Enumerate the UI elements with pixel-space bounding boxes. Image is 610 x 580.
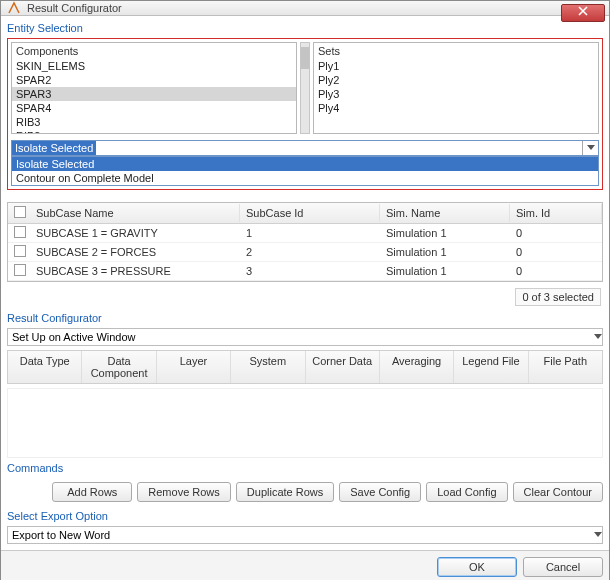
cell-sim: Simulation 1 [380,244,510,260]
export-label: Select Export Option [7,510,603,522]
cell-id: 2 [240,244,380,260]
row-checkbox[interactable] [14,264,26,276]
list-scrollbar[interactable] [300,42,310,134]
duplicate-rows-button[interactable]: Duplicate Rows [236,482,334,502]
col-sim-name[interactable]: Sim. Name [380,204,510,222]
sets-header: Sets [314,43,598,59]
list-item[interactable]: SPAR2 [12,73,296,87]
cell-id: 3 [240,263,380,279]
commands-label: Commands [7,462,603,474]
entity-selection-label: Entity Selection [7,22,603,34]
export-combo[interactable]: Export to New Word [7,526,603,544]
window-title: Result Configurator [27,2,122,14]
list-item[interactable]: RIB3 [12,115,296,129]
result-configurator-window: Result Configurator Entity Selection Com… [0,0,610,580]
cell-name: SUBCASE 3 = PRESSURE [30,263,240,279]
titlebar: Result Configurator [1,1,609,16]
config-columns-header: Data Type Data Component Layer System Co… [7,350,603,384]
isolate-combo-dropdown: Isolate Selected Contour on Complete Mod… [11,156,599,186]
chevron-down-icon[interactable] [582,141,598,155]
table-row[interactable]: SUBCASE 2 = FORCES 2 Simulation 1 0 [8,243,602,262]
col-subcase-name[interactable]: SubCase Name [30,204,240,222]
isolate-combo[interactable]: Isolate Selected Isolate Selected Contou… [11,140,599,186]
close-button[interactable] [561,4,605,22]
table-row[interactable]: SUBCASE 3 = PRESSURE 3 Simulation 1 0 [8,262,602,281]
commands-buttons: Add Rows Remove Rows Duplicate Rows Save… [7,478,603,506]
list-item[interactable]: SPAR3 [12,87,296,101]
save-config-button[interactable]: Save Config [339,482,421,502]
subcase-table: SubCase Name SubCase Id Sim. Name Sim. I… [7,202,603,282]
config-table-body [7,388,603,458]
close-icon [578,6,588,18]
cell-sim: Simulation 1 [380,225,510,241]
row-checkbox[interactable] [14,245,26,257]
export-combo-value: Export to New Word [12,529,110,541]
components-list[interactable]: Components SKIN_ELEMS SPAR2 SPAR3 SPAR4 … [11,42,297,134]
list-item[interactable]: RIB2 [12,129,296,134]
table-row[interactable]: SUBCASE 1 = GRAVITY 1 Simulation 1 0 [8,224,602,243]
result-configurator-label: Result Configurator [7,312,603,324]
sets-list[interactable]: Sets Ply1 Ply2 Ply3 Ply4 [313,42,599,134]
col-averaging[interactable]: Averaging [380,351,454,383]
col-data-component[interactable]: Data Component [82,351,156,383]
load-config-button[interactable]: Load Config [426,482,507,502]
col-file-path[interactable]: File Path [529,351,602,383]
entity-selection-panel: Components SKIN_ELEMS SPAR2 SPAR3 SPAR4 … [7,38,603,190]
col-layer[interactable]: Layer [157,351,231,383]
cell-id: 1 [240,225,380,241]
cell-sim: Simulation 1 [380,263,510,279]
add-rows-button[interactable]: Add Rows [52,482,132,502]
combo-option[interactable]: Contour on Complete Model [12,171,598,185]
select-all-checkbox[interactable] [14,206,26,218]
col-corner-data[interactable]: Corner Data [306,351,380,383]
list-item[interactable]: Ply1 [314,59,598,73]
chevron-down-icon [594,334,602,340]
components-header: Components [12,43,296,59]
remove-rows-button[interactable]: Remove Rows [137,482,231,502]
row-checkbox[interactable] [14,226,26,238]
ok-button[interactable]: OK [437,557,517,577]
app-icon [7,1,21,15]
chevron-down-icon [594,532,602,538]
cell-simid: 0 [510,263,602,279]
dialog-footer: OK Cancel [1,550,609,580]
cell-simid: 0 [510,244,602,260]
col-system[interactable]: System [231,351,305,383]
cell-simid: 0 [510,225,602,241]
col-data-type[interactable]: Data Type [8,351,82,383]
setup-combo[interactable]: Set Up on Active Window [7,328,603,346]
cell-name: SUBCASE 2 = FORCES [30,244,240,260]
col-sim-id[interactable]: Sim. Id [510,204,602,222]
col-legend-file[interactable]: Legend File [454,351,528,383]
isolate-combo-value: Isolate Selected [12,141,96,155]
list-item[interactable]: SKIN_ELEMS [12,59,296,73]
cancel-button[interactable]: Cancel [523,557,603,577]
list-item[interactable]: Ply4 [314,101,598,115]
subcase-header-row: SubCase Name SubCase Id Sim. Name Sim. I… [8,203,602,224]
clear-contour-button[interactable]: Clear Contour [513,482,603,502]
list-item[interactable]: Ply2 [314,73,598,87]
col-subcase-id[interactable]: SubCase Id [240,204,380,222]
selection-status: 0 of 3 selected [515,288,601,306]
setup-combo-value: Set Up on Active Window [12,331,136,343]
list-item[interactable]: Ply3 [314,87,598,101]
list-item[interactable]: SPAR4 [12,101,296,115]
combo-option[interactable]: Isolate Selected [12,157,598,171]
cell-name: SUBCASE 1 = GRAVITY [30,225,240,241]
